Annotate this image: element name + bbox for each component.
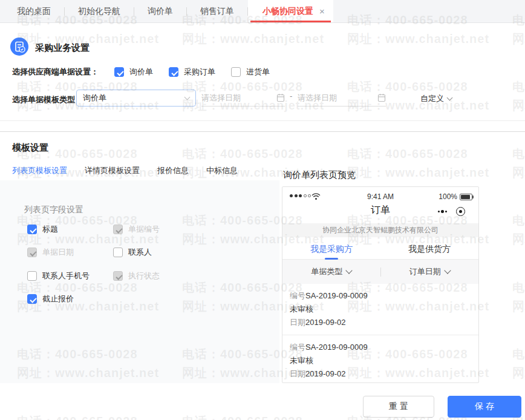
tab-init-nav[interactable]: 初始化导航 <box>65 0 134 22</box>
save-button[interactable]: 保存 <box>448 396 521 418</box>
phone-filter-bar: 单据类型 订单日期 <box>282 260 478 284</box>
company-banner: 协同企业北京天智鲲鹏技术有限公司 <box>282 223 478 237</box>
more-icon <box>438 210 448 213</box>
page-title: 采购业务设置 <box>35 42 90 54</box>
template-type-label: 选择单据模板类型： <box>12 94 83 105</box>
tab-inquiry-order[interactable]: 询价单 <box>134 0 186 22</box>
checkbox-doc-number: 单据编号 <box>113 224 160 235</box>
chevron-down-icon <box>447 95 453 101</box>
calendar-icon <box>276 93 285 102</box>
checkbox-box <box>113 271 123 281</box>
filter-order-date: 订单日期 <box>381 266 479 277</box>
phone-tab-buyer: 我是采购方 <box>282 240 380 259</box>
custom-range-link[interactable]: 自定义 <box>420 93 452 104</box>
checkbox-exec-status: 执行状态 <box>113 271 160 281</box>
tab-list-page-template[interactable]: 列表页模板设置 <box>12 165 67 179</box>
checkbox-doc-date: 单据日期 <box>27 247 74 258</box>
phone-tab-supplier: 我是供货方 <box>380 240 478 259</box>
tab-xiaochang-collab-settings[interactable]: 小畅协同设置 × <box>248 0 333 22</box>
checkbox-quote-deadline[interactable]: 截止报价 <box>27 294 74 304</box>
checkbox-box[interactable] <box>169 67 178 77</box>
miniprogram-capsule <box>438 207 466 216</box>
date-end-input[interactable]: 请选择日期 <box>298 90 386 107</box>
calendar-icon <box>377 93 386 102</box>
reset-button[interactable]: 重置 <box>363 396 434 418</box>
battery-icon <box>460 194 472 200</box>
checkbox-box[interactable] <box>113 248 123 257</box>
filter-doc-type: 单据类型 <box>282 266 380 277</box>
supplier-doc-settings-label: 选择供应商端单据设置： <box>12 67 99 77</box>
template-type-select[interactable]: 询价单 <box>76 90 196 107</box>
purchase-settings-icon <box>10 38 28 56</box>
template-settings-tabs: 列表页模板设置 详情页模板设置 报价信息 中标信息 <box>12 165 238 179</box>
exit-target-icon <box>456 207 465 216</box>
checkbox-box[interactable] <box>27 294 37 304</box>
checkbox-goods-receipt[interactable]: 进货单 <box>231 67 270 77</box>
tab-award-info[interactable]: 中标信息 <box>206 165 238 179</box>
field-settings-title: 列表页字段设置 <box>24 205 83 215</box>
checkbox-title[interactable]: 标题 <box>27 224 58 235</box>
tab-sales-order[interactable]: 销售订单 <box>187 0 247 22</box>
checkbox-box <box>113 225 123 234</box>
order-list-item: 编号SA-2019-09-0009 未审核 日期2019-09-02 <box>282 335 478 383</box>
template-settings-title: 模板设置 <box>12 142 48 154</box>
divider <box>0 131 525 132</box>
checkbox-box[interactable] <box>114 67 124 77</box>
battery-indicator: 100% <box>439 192 472 201</box>
tab-detail-page-template[interactable]: 详情页模板设置 <box>85 165 140 179</box>
checkbox-purchase-order[interactable]: 采购订单 <box>169 67 215 77</box>
chevron-down-icon <box>184 94 191 100</box>
checkbox-contact-phone[interactable]: 联系人手机号 <box>27 271 90 281</box>
date-range-separator: - <box>290 91 292 100</box>
checkbox-box[interactable] <box>231 67 241 77</box>
app-window: 我的桌面 初始化导航 询价单 销售订单 小畅协同设置 × 采购业务设置 选择供应… <box>0 0 525 420</box>
checkbox-box <box>27 248 37 257</box>
phone-preview: 9:41 AM 100% 订单 协同企业北京天智鲲鹏技术有限公司 我是采购方 我… <box>282 186 479 383</box>
date-start-input[interactable]: 请选择日期 <box>201 90 285 107</box>
close-icon[interactable]: × <box>319 6 325 16</box>
phone-status-bar: 9:41 AM 100% <box>282 191 478 202</box>
tab-my-desktop[interactable]: 我的桌面 <box>4 0 64 22</box>
order-list-item: 编号SA-2019-09-0009 未审核 日期2019-09-02 <box>282 284 478 335</box>
checkbox-box[interactable] <box>27 271 37 281</box>
checkbox-inquiry-order[interactable]: 询价单 <box>114 67 153 77</box>
chevron-down-icon <box>444 267 451 274</box>
phone-tabs: 我是采购方 我是供货方 <box>282 240 478 260</box>
divider <box>0 120 525 121</box>
tab-quote-info[interactable]: 报价信息 <box>157 165 189 179</box>
checkbox-box[interactable] <box>27 225 37 234</box>
preview-title: 询价单列表页预览 <box>283 169 356 181</box>
supplier-doc-settings-row: 选择供应商端单据设置： 询价单 采购订单 进货单 <box>12 67 270 77</box>
window-tab-bar: 我的桌面 初始化导航 询价单 销售订单 小畅协同设置 × <box>0 0 525 23</box>
chevron-down-icon <box>346 267 353 274</box>
checkbox-contact[interactable]: 联系人 <box>113 247 152 258</box>
